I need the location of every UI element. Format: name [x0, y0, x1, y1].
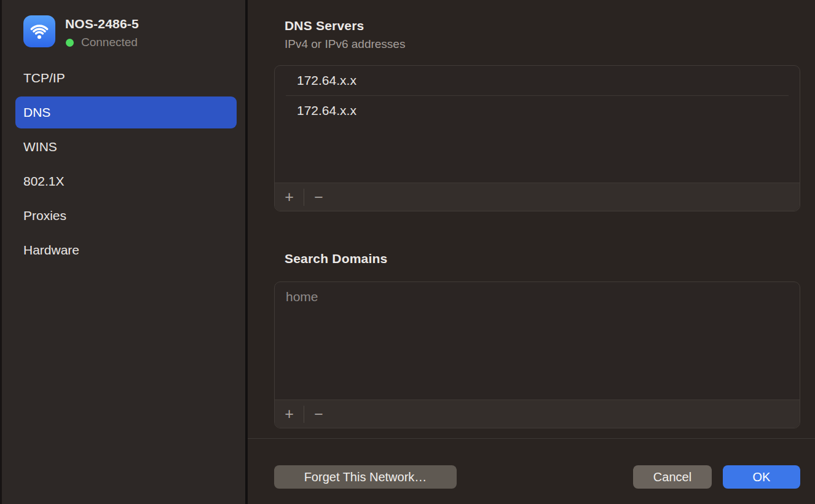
add-dns-server-button[interactable]: + — [275, 183, 304, 211]
search-domains-title: Search Domains — [285, 251, 387, 266]
dns-server-entry[interactable]: 172.64.x.x — [275, 96, 800, 125]
sidebar-item-wins[interactable]: WINS — [15, 131, 237, 163]
wifi-icon — [23, 15, 55, 47]
dns-servers-subtitle: IPv4 or IPv6 addresses — [285, 37, 405, 51]
sidebar-item-8021x[interactable]: 802.1X — [15, 165, 237, 197]
sidebar-item-dns[interactable]: DNS — [15, 96, 237, 128]
forget-network-button[interactable]: Forget This Network… — [274, 465, 457, 489]
search-domains-list: home + − — [274, 282, 800, 428]
dns-server-entry[interactable]: 172.64.x.x — [275, 66, 800, 95]
sidebar-item-tcpip[interactable]: TCP/IP — [15, 62, 237, 94]
dns-settings-pane: DNS Servers IPv4 or IPv6 addresses 172.6… — [248, 0, 815, 504]
sidebar: NOS-2486-5 Connected TCP/IP DNS WINS 802… — [0, 0, 245, 504]
dns-servers-footer: + − — [275, 183, 800, 211]
connection-status: Connected — [66, 36, 138, 49]
connection-name: NOS-2486-5 — [65, 17, 139, 31]
connection-header: NOS-2486-5 Connected — [2, 0, 247, 61]
remove-search-domain-button[interactable]: − — [304, 400, 333, 428]
search-domains-footer: + − — [275, 400, 800, 428]
status-dot — [66, 39, 74, 47]
sidebar-item-proxies[interactable]: Proxies — [15, 200, 237, 232]
dns-servers-list: 172.64.x.x 172.64.x.x + − — [274, 65, 800, 211]
sidebar-nav: TCP/IP DNS WINS 802.1X Proxies Hardware — [15, 62, 237, 269]
dns-servers-title: DNS Servers — [285, 18, 364, 33]
ok-button[interactable]: OK — [723, 465, 800, 489]
remove-dns-server-button[interactable]: − — [304, 183, 333, 211]
network-settings-window: NOS-2486-5 Connected TCP/IP DNS WINS 802… — [0, 0, 815, 504]
cancel-button[interactable]: Cancel — [633, 465, 712, 489]
add-search-domain-button[interactable]: + — [275, 400, 304, 428]
bottom-bar-divider — [248, 438, 815, 439]
search-domain-entry[interactable]: home — [275, 282, 800, 312]
sidebar-item-hardware[interactable]: Hardware — [15, 234, 237, 266]
status-label: Connected — [81, 36, 138, 49]
